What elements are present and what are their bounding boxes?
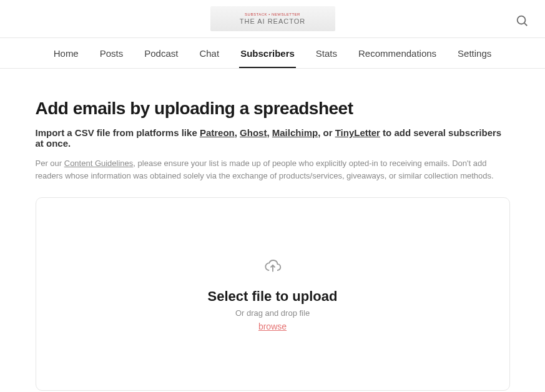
logo[interactable]: SUBSTACK • NEWSLETTER THE AI REACTOR [210,6,335,31]
upload-dropzone[interactable]: Select file to upload Or drag and drop f… [36,197,510,391]
header: SUBSTACK • NEWSLETTER THE AI REACTOR [0,0,545,37]
tab-posts[interactable]: Posts [99,39,125,67]
guidelines-note: Per our Content Guidelines, please ensur… [36,157,510,182]
tab-recommendations[interactable]: Recommendations [357,39,438,67]
upload-cloud-icon [264,257,282,277]
tab-chat[interactable]: Chat [198,39,220,67]
link-content-guidelines[interactable]: Content Guidelines [64,159,134,168]
page-title: Add emails by uploading a spreadsheet [36,99,510,119]
main-content: Add emails by uploading a spreadsheet Im… [36,69,510,392]
svg-point-0 [518,16,526,24]
dropzone-subtitle: Or drag and drop file [235,308,310,318]
tab-podcast[interactable]: Podcast [143,39,179,67]
link-ghost[interactable]: Ghost [240,127,267,138]
link-patreon[interactable]: Patreon [200,127,235,138]
intro-prefix: Import a CSV file from platforms like [36,127,200,138]
svg-line-1 [524,23,527,26]
nav-tabs: Home Posts Podcast Chat Subscribers Stat… [0,37,545,69]
dropzone-title: Select file to upload [208,288,338,305]
logo-subtitle: SUBSTACK • NEWSLETTER [245,12,300,16]
browse-link[interactable]: browse [258,321,287,331]
link-tinyletter[interactable]: TinyLetter [335,127,380,138]
search-icon[interactable] [515,14,529,30]
intro-text: Import a CSV file from platforms like Pa… [36,127,510,149]
tab-home[interactable]: Home [52,39,80,67]
tab-settings[interactable]: Settings [456,39,493,67]
tab-subscribers[interactable]: Subscribers [239,39,296,67]
tab-stats[interactable]: Stats [315,39,338,67]
logo-title: THE AI REACTOR [240,17,305,25]
link-mailchimp[interactable]: Mailchimp [272,127,318,138]
